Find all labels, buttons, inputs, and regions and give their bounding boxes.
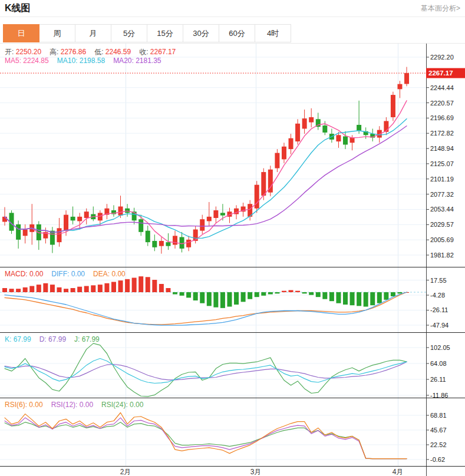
- axis-tick-label: 2196.69: [430, 114, 454, 121]
- macd-bar: [322, 292, 327, 299]
- candle-9: [57, 228, 61, 242]
- axis-tick-label: 68.81: [430, 412, 447, 419]
- axis-tick-label: 26.11: [430, 376, 446, 383]
- macd-bar: [166, 288, 170, 292]
- macd-bar: [241, 292, 246, 302]
- macd-bar: [268, 292, 273, 295]
- tab-60分[interactable]: 60分: [219, 24, 255, 42]
- candle-58: [391, 95, 395, 117]
- macd-bar: [9, 289, 14, 292]
- tab-5分[interactable]: 5分: [111, 24, 147, 42]
- page-title: K线图: [5, 2, 31, 15]
- macd-bar: [384, 292, 388, 300]
- axis-tick-label: 2148.94: [430, 145, 454, 152]
- candle-6: [37, 224, 41, 240]
- macd-bar: [336, 292, 341, 303]
- axis-tick-label: 2029.57: [430, 221, 454, 228]
- x-label-3月: 3月: [250, 467, 262, 476]
- macd-bar: [111, 282, 116, 292]
- kline-chart: 开: 2250.20高: 2276.86低: 2246.59收: 2267.17…: [0, 43, 465, 476]
- candle-57: [384, 121, 388, 131]
- candle-13: [84, 211, 89, 218]
- candle-10: [64, 215, 68, 231]
- axis-tick-label: -4.28: [430, 292, 445, 299]
- axis-tick-label: -26.11: [430, 306, 448, 313]
- rsi-chart-svg[interactable]: 68.8145.6722.52-0.62: [0, 398, 465, 466]
- candle-48: [322, 125, 327, 133]
- interval-tab-bar: 日周月5分15分30分60分4时: [4, 24, 465, 42]
- macd-bar: [77, 287, 82, 292]
- macd-bar: [213, 292, 218, 308]
- page-header: K线图 基本面分析>: [0, 0, 465, 17]
- candle-50: [336, 135, 341, 141]
- macd-bar: [329, 292, 334, 301]
- macd-bar: [138, 276, 143, 292]
- axis-tick-label: 1981.82: [430, 252, 454, 259]
- tab-月[interactable]: 月: [75, 24, 111, 42]
- axis-tick-label: 45.67: [430, 427, 447, 434]
- macd-bar: [193, 292, 198, 300]
- axis-tick-label: 2125.07: [430, 160, 454, 167]
- axis-tick-label: -47.94: [430, 322, 448, 329]
- macd-bar: [84, 286, 89, 292]
- axis-tick-label: -11.86: [430, 392, 448, 398]
- candle-26: [173, 236, 177, 244]
- fundamental-analysis-link[interactable]: 基本面分析>: [421, 4, 460, 14]
- axis-tick-label: 2077.32: [430, 191, 454, 198]
- macd-bar: [152, 280, 157, 292]
- macd-bar: [350, 292, 355, 305]
- tab-15分[interactable]: 15分: [147, 24, 183, 42]
- tab-4时[interactable]: 4时: [255, 24, 291, 42]
- candle-28: [186, 240, 191, 247]
- candle-24: [159, 241, 164, 246]
- candle-18: [118, 207, 123, 216]
- candle-4: [23, 229, 28, 236]
- macd-bar: [159, 284, 164, 292]
- macd-bar: [64, 289, 68, 292]
- axis-tick-label: 2172.82: [430, 130, 454, 137]
- macd-bar: [227, 292, 232, 307]
- rsi-panel: RSI(6): 0.00RSI(12): 0.00RSI(24): 0.00 6…: [0, 398, 465, 466]
- candle-52: [350, 138, 355, 143]
- tab-日[interactable]: 日: [3, 24, 39, 42]
- candle-42: [282, 147, 286, 160]
- candle-1: [2, 217, 7, 222]
- candle-30: [200, 219, 205, 230]
- candlestick-chart-svg[interactable]: 2292.202244.442220.572196.692172.822148.…: [0, 44, 465, 267]
- axis-tick-label: 64.08: [430, 360, 447, 367]
- axis-tick-label: 2101.19: [430, 176, 454, 183]
- macd-bar: [37, 285, 41, 292]
- macd-bar: [125, 279, 130, 292]
- tab-周[interactable]: 周: [39, 24, 75, 42]
- macd-bar: [364, 292, 368, 307]
- candle-8: [50, 231, 55, 245]
- x-label-4月: 4月: [393, 467, 404, 476]
- macd-bar: [50, 285, 55, 292]
- candle-46: [309, 117, 314, 123]
- axis-tick-label: 22.52: [430, 441, 447, 448]
- y-axis-line-extension: [426, 467, 427, 476]
- candle-33: [220, 213, 225, 215]
- macd-bar: [357, 292, 361, 306]
- macd-bar: [43, 283, 48, 292]
- candle-45: [302, 118, 307, 128]
- macd-bar: [71, 288, 75, 292]
- candle-60: [404, 73, 409, 84]
- kdj-chart-svg[interactable]: 102.0564.0826.11-11.86: [0, 333, 465, 398]
- macd-bar: [146, 277, 150, 292]
- tab-30分[interactable]: 30分: [183, 24, 219, 42]
- macd-bar: [173, 292, 177, 295]
- macd-bar: [289, 290, 293, 292]
- macd-bar: [248, 292, 252, 299]
- candle-3: [16, 224, 21, 240]
- macd-bar: [104, 283, 109, 292]
- macd-bar: [132, 277, 137, 292]
- candle-32: [213, 210, 218, 218]
- current-price-value: 2267.17: [428, 70, 453, 77]
- candle-44: [295, 124, 300, 141]
- candle-25: [166, 242, 170, 246]
- candle-21: [138, 219, 143, 232]
- macd-chart-svg[interactable]: 17.55-4.28-26.11-47.94: [0, 267, 465, 332]
- macd-bar: [282, 291, 286, 292]
- candle-23: [152, 241, 157, 247]
